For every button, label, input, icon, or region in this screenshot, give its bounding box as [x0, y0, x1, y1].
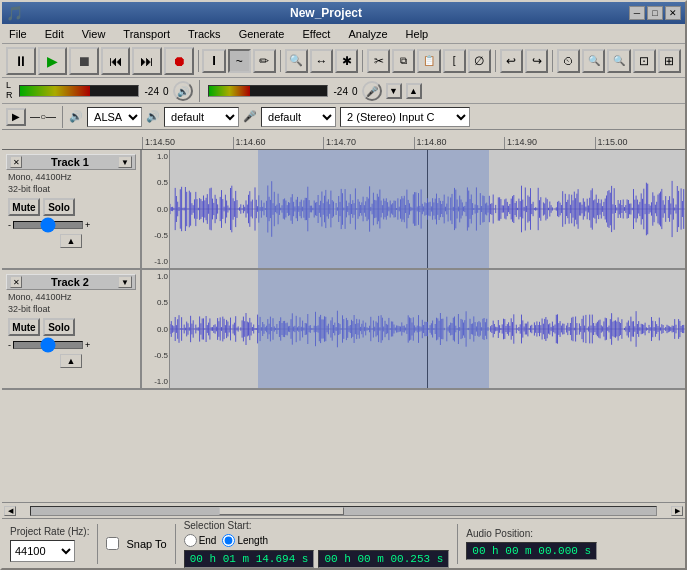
length-radio[interactable]: [222, 534, 235, 547]
track1-collapse-button[interactable]: ▲: [60, 234, 82, 248]
menu-tracks[interactable]: Tracks: [185, 27, 224, 41]
menu-help[interactable]: Help: [403, 27, 432, 41]
audio-pos-section: Audio Position: 00 h 00 m 00.000 s: [466, 528, 597, 560]
selection-length-value[interactable]: 00 h 00 m 00.253 s: [318, 550, 449, 568]
cut-button[interactable]: ✂: [367, 49, 390, 73]
track-row: ✕ Track 2 ▼ Mono, 44100Hz 32-bit float M…: [2, 270, 685, 390]
timeline-ruler: 1:14.50 1:14.60 1:14.70 1:14.80 1:14.90 …: [2, 130, 685, 150]
ruler-mark-3: 1:14.80: [414, 137, 505, 149]
track2-selection: [258, 270, 490, 388]
menu-transport[interactable]: Transport: [120, 27, 173, 41]
timeshift-tool[interactable]: ↔: [310, 49, 333, 73]
track1-canvas: [170, 150, 685, 268]
multi-tool[interactable]: ✱: [335, 49, 358, 73]
track2-controls: Mute Solo: [6, 316, 136, 338]
menu-analyze[interactable]: Analyze: [345, 27, 390, 41]
project-rate-label: Project Rate (Hz):: [10, 526, 89, 537]
menu-generate[interactable]: Generate: [236, 27, 288, 41]
menu-edit[interactable]: Edit: [42, 27, 67, 41]
trim-icon: [: [453, 55, 456, 66]
zoom-out-icon: 🔍: [613, 55, 625, 66]
track1-menu-button[interactable]: ▼: [118, 156, 132, 168]
menu-effect[interactable]: Effect: [300, 27, 334, 41]
zoom-in-tool[interactable]: 🔍: [285, 49, 308, 73]
zoom-in-button[interactable]: 🔍: [582, 49, 605, 73]
undo-button[interactable]: ↩: [500, 49, 523, 73]
track1-solo-button[interactable]: Solo: [43, 198, 75, 216]
skip-back-button[interactable]: ⏮: [101, 47, 131, 75]
separator: [552, 50, 553, 72]
track2-volume-slider[interactable]: [13, 341, 83, 349]
track2-menu-button[interactable]: ▼: [118, 276, 132, 288]
pencil-tool-button[interactable]: ✏: [253, 49, 276, 73]
end-radio[interactable]: [184, 534, 197, 547]
menu-view[interactable]: View: [79, 27, 109, 41]
input-device-select[interactable]: default: [261, 107, 336, 127]
maximize-button[interactable]: □: [647, 6, 663, 20]
track2-waveform[interactable]: 1.0 0.5 0.0 -0.5 -1.0: [142, 270, 685, 388]
scroll-left-button[interactable]: ◀: [4, 506, 16, 516]
copy-button[interactable]: ⧉: [392, 49, 415, 73]
trim-button[interactable]: [: [443, 49, 466, 73]
track2-info2: 32-bit float: [6, 304, 136, 314]
mini-play-button[interactable]: ▶: [6, 108, 26, 126]
snap-to-checkbox[interactable]: [106, 537, 119, 550]
copy-icon: ⧉: [400, 55, 407, 67]
track1-volume-slider[interactable]: [13, 221, 83, 229]
track1-header: ✕ Track 1 ▼ Mono, 44100Hz 32-bit float M…: [2, 150, 142, 268]
timeshift-icon: ↔: [316, 54, 328, 68]
vol-knob[interactable]: 🔊: [173, 81, 193, 101]
device-toolbar: ▶ —○— 🔊 ALSA 🔊 default 🎤 default 2 (Ster…: [2, 104, 685, 130]
selection-start-value[interactable]: 00 h 01 m 14.694 s: [184, 550, 315, 568]
zoom-fit-button[interactable]: ⊞: [658, 49, 681, 73]
track2-mute-button[interactable]: Mute: [8, 318, 40, 336]
track2-solo-button[interactable]: Solo: [43, 318, 75, 336]
track2-info1: Mono, 44100Hz: [6, 292, 136, 302]
record-button[interactable]: ⏺: [164, 47, 194, 75]
rec-vol-knob[interactable]: 🎤: [362, 81, 382, 101]
audio-host-select[interactable]: ALSA: [87, 107, 142, 127]
playback-zero-label: 0: [163, 86, 169, 97]
minimize-button[interactable]: ─: [629, 6, 645, 20]
paste-icon: 📋: [423, 55, 435, 66]
project-rate-select[interactable]: 44100: [10, 540, 75, 562]
ruler-mark-0: 1:14.50: [142, 137, 233, 149]
separator: [457, 524, 458, 564]
scroll-thumb[interactable]: [219, 507, 344, 515]
skip-fwd-button[interactable]: ⏭: [132, 47, 162, 75]
undo-icon: ↩: [506, 54, 516, 68]
window-controls: ─ □ ✕: [629, 6, 681, 20]
scroll-track[interactable]: [30, 506, 657, 516]
playback-meter: [19, 85, 139, 97]
paste-button[interactable]: 📋: [417, 49, 440, 73]
output-device-select[interactable]: default: [164, 107, 239, 127]
close-button[interactable]: ✕: [665, 6, 681, 20]
stop-button[interactable]: ⏹: [69, 47, 99, 75]
rec-vol-up[interactable]: ▲: [406, 83, 422, 99]
lr-label: LR: [6, 81, 13, 101]
redo-button[interactable]: ↪: [525, 49, 548, 73]
track1-mute-button[interactable]: Mute: [8, 198, 40, 216]
zoom-sel-button[interactable]: ⊡: [633, 49, 656, 73]
track1-close-button[interactable]: ✕: [10, 156, 22, 168]
select-tool-button[interactable]: I: [202, 49, 225, 73]
scroll-right-button[interactable]: ▶: [671, 506, 683, 516]
track1-waveform[interactable]: 1.0 0.5 0.0 -0.5 -1.0: [142, 150, 685, 268]
record-vol-label: -24: [334, 86, 348, 97]
pause-button[interactable]: ⏸: [6, 47, 36, 75]
audio-pos-value[interactable]: 00 h 00 m 00.000 s: [466, 542, 597, 560]
track2-vol-plus: +: [85, 340, 90, 350]
channel-select[interactable]: 2 (Stereo) Input C: [340, 107, 470, 127]
horizontal-scrollbar: ◀ ▶: [2, 502, 685, 518]
menu-file[interactable]: File: [6, 27, 30, 41]
sync-button[interactable]: ⏲: [557, 49, 580, 73]
zoom-out-button[interactable]: 🔍: [607, 49, 630, 73]
track2-close-button[interactable]: ✕: [10, 276, 22, 288]
rec-vol-down[interactable]: ▼: [386, 83, 402, 99]
track2-collapse-button[interactable]: ▲: [60, 354, 82, 368]
snap-section: Snap To: [106, 537, 166, 550]
envelope-tool-button[interactable]: ~: [228, 49, 251, 73]
silence-button[interactable]: ∅: [468, 49, 491, 73]
track2-name: Track 2: [51, 276, 89, 288]
play-button[interactable]: ▶: [38, 47, 68, 75]
